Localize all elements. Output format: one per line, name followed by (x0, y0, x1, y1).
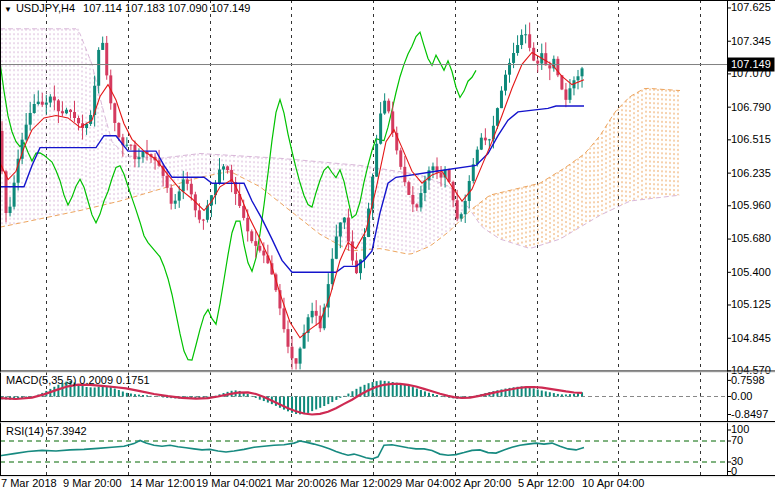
time-axis-labels[interactable]: 7 Mar 20189 Mar 20:0014 Mar 12:0019 Mar … (1, 477, 644, 489)
svg-text:7 Mar 2018: 7 Mar 2018 (1, 477, 57, 489)
chart-canvas[interactable]: 107.149107.625107.345107.070106.790106.5… (0, 0, 775, 497)
svg-text:10 Apr 04:00: 10 Apr 04:00 (582, 477, 644, 489)
svg-text:5 Apr 12:00: 5 Apr 12:00 (518, 477, 574, 489)
chart-window: 107.149107.625107.345107.070106.790106.5… (0, 0, 775, 497)
svg-text:9 Mar 20:00: 9 Mar 20:00 (63, 477, 122, 489)
quote-values: 107.114 107.183 107.090 107.149 (83, 2, 250, 14)
svg-text:104.845: 104.845 (731, 332, 771, 344)
symbol-label: USDJPY,H4 (16, 2, 75, 14)
svg-text:26 Mar 12:00: 26 Mar 12:00 (325, 477, 390, 489)
svg-text:29 Mar 04:00: 29 Mar 04:00 (390, 477, 455, 489)
svg-text:106.515: 106.515 (731, 133, 771, 145)
svg-text:14 Mar 12:00: 14 Mar 12:00 (130, 477, 195, 489)
svg-text:105.125: 105.125 (731, 298, 771, 310)
svg-text:107.345: 107.345 (731, 35, 771, 47)
svg-text:107.070: 107.070 (731, 67, 771, 79)
svg-text:107.625: 107.625 (731, 1, 771, 13)
symbol-dropdown-icon[interactable]: ▼ (4, 5, 12, 14)
svg-text:-0.8497: -0.8497 (731, 408, 768, 420)
svg-text:19 Mar 04:00: 19 Mar 04:00 (196, 477, 261, 489)
svg-text:105.400: 105.400 (731, 266, 771, 278)
rsi-label: RSI(14) 57.3942 (6, 425, 87, 437)
chart-title: ▼USDJPY,H4107.114 107.183 107.090 107.14… (4, 2, 250, 14)
svg-text:105.960: 105.960 (731, 199, 771, 211)
svg-text:70: 70 (731, 434, 743, 446)
svg-text:105.680: 105.680 (731, 232, 771, 244)
macd-label: MACD(5,35,5) 0.2009 0.1751 (6, 374, 150, 386)
svg-text:2 Apr 20:00: 2 Apr 20:00 (455, 477, 511, 489)
svg-text:106.790: 106.790 (731, 101, 771, 113)
svg-text:0.00: 0.00 (731, 390, 752, 402)
svg-text:0.7598: 0.7598 (731, 374, 765, 386)
svg-text:106.235: 106.235 (731, 167, 771, 179)
svg-text:21 Mar 20:00: 21 Mar 20:00 (260, 477, 325, 489)
